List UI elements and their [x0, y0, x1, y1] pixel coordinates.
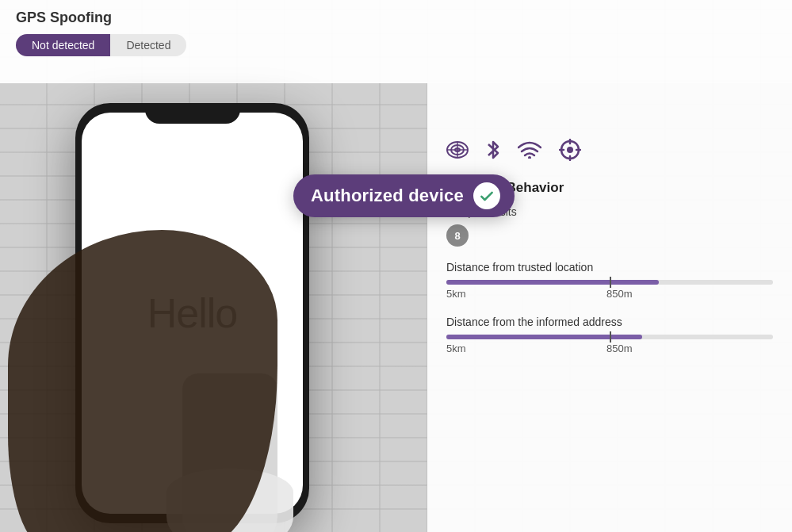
hand-silhouette — [8, 230, 277, 532]
distance-trusted-ticks: 5km 850m — [446, 288, 773, 300]
top-panel: GPS Spoofing Not detected Detected — [0, 0, 792, 83]
distance-address-fill — [446, 335, 642, 339]
distance-trusted-label: Distance from trusted location — [446, 261, 773, 274]
device-icons-row — [446, 139, 773, 161]
distance-address-marker — [610, 331, 611, 343]
authorized-device-text: Authorized device — [311, 186, 464, 206]
svg-point-5 — [528, 156, 531, 159]
distance-trusted-section: Distance from trusted location 5km 850m — [446, 261, 773, 300]
distance-address-ticks: 5km 850m — [446, 343, 773, 354]
distance-address-tick-left: 5km — [446, 343, 466, 354]
distance-address-section: Distance from the informed address 5km 8… — [446, 316, 773, 354]
bluetooth-icon — [486, 140, 500, 160]
distance-trusted-fill — [446, 280, 659, 285]
authorized-device-badge: Authorized device — [293, 174, 515, 217]
gps-location-icon — [559, 139, 581, 161]
distance-address-bar — [446, 335, 773, 339]
detected-button[interactable]: Detected — [110, 34, 186, 56]
distance-address-label: Distance from the informed address — [446, 316, 773, 328]
distance-trusted-bar — [446, 280, 773, 285]
authorized-check-circle — [473, 182, 500, 209]
distance-address-tick-right: 850m — [606, 343, 633, 354]
wifi-icon — [518, 141, 541, 159]
cellular-icon — [446, 141, 469, 159]
distance-trusted-tick-right: 850m — [606, 288, 633, 300]
distance-trusted-tick-left: 5km — [446, 288, 466, 300]
distance-trusted-marker — [610, 277, 611, 288]
not-detected-button[interactable]: Not detected — [16, 34, 110, 56]
phone-notch — [145, 103, 240, 124]
svg-point-7 — [567, 147, 573, 153]
gps-spoofing-label: GPS Spoofing — [16, 10, 776, 26]
checkmark-icon — [479, 188, 495, 204]
past-visits-count: 8 — [446, 224, 469, 247]
right-panel: Location Behavior # of past visits 8 Dis… — [427, 83, 792, 532]
detection-toggle-row: Not detected Detected — [16, 34, 776, 56]
